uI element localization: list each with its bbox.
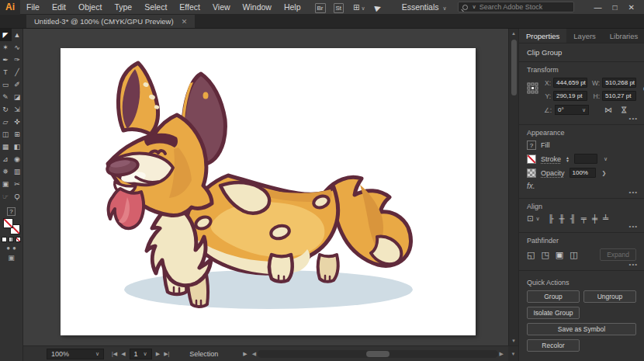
lasso-tool[interactable]: ∿ [12,41,23,54]
horizontal-scrollbar[interactable]: ◀ ▶ [252,350,504,358]
recolor-button[interactable]: Recolor [527,339,580,352]
fill-swatch[interactable]: ? [527,141,536,150]
rotate-tool[interactable]: ↻ [0,103,12,116]
slice-tool[interactable]: ✂ [12,178,23,190]
flip-horizontal-button[interactable]: ⋈ [604,106,612,114]
pencil-tool[interactable]: ✎ [0,91,12,103]
vertical-scroll-thumb[interactable] [511,40,517,95]
horizontal-align-right-button[interactable]: ╢ [570,214,576,223]
share-icon[interactable]: ▶ [373,2,382,12]
type-tool[interactable]: T [0,66,12,78]
menu-view[interactable]: View [206,2,237,12]
last-artboard-button[interactable]: ▶| [164,351,169,357]
pathfinder-exclude-button[interactable]: ◫ [570,250,577,260]
zoom-level-dropdown[interactable]: 100% ∨ [47,349,104,359]
tab-libraries[interactable]: Libraries [603,29,644,43]
selection-tool[interactable]: ◤ [0,29,12,41]
scroll-down-icon[interactable]: ▼ [509,336,518,345]
pathfinder-minus-front-button[interactable]: ◳ [541,250,549,260]
y-field[interactable]: 290,19 pt [553,91,587,101]
symbol-sprayer-tool[interactable]: ✵ [0,165,12,178]
x-field[interactable]: 444,659 pt [553,78,587,88]
status-popup-arrow[interactable]: ▶ [243,351,247,357]
pathfinder-more-options[interactable]: ••• [629,261,638,268]
vertical-align-bottom-button[interactable]: ╧ [603,214,608,223]
eraser-tool[interactable]: ◪ [12,91,23,103]
previous-artboard-button[interactable]: ◀ [121,351,125,357]
color-button[interactable] [2,237,7,242]
pen-tool[interactable]: ✒ [0,54,12,66]
drawing-mode--[interactable]: ● [12,245,16,252]
curvature-tool[interactable]: ✑ [12,54,23,66]
scale-tool[interactable]: ⇲ [12,103,23,116]
opacity-field[interactable]: 100% [570,168,596,178]
pathfinder-intersect-button[interactable]: ▣ [556,250,563,260]
horizontal-scroll-track[interactable] [258,350,497,358]
none-button[interactable] [16,237,21,242]
gradient-button[interactable] [9,237,14,242]
screen-mode-button[interactable]: ▣ [8,254,15,262]
paintbrush-tool[interactable]: ✐ [12,78,23,91]
first-artboard-button[interactable]: |◀ [112,351,117,357]
menu-file[interactable]: File [20,2,46,12]
column-graph-tool[interactable]: ▥ [12,165,23,178]
symbols-button[interactable]: St [334,3,345,13]
stroke-weight-field[interactable] [574,154,597,164]
maximize-button[interactable]: □ [613,3,618,12]
drawing-mode--[interactable]: ● [6,245,10,252]
rotation-dropdown[interactable]: 0°∨ [555,105,589,115]
adobe-stock-search-input[interactable]: ∨ Search Adobe Stock [458,2,574,12]
appearance-more-options[interactable]: ••• [629,189,638,196]
isolate-group-button[interactable]: Isolate Group [527,307,580,319]
fill-swatch-none[interactable] [3,218,13,228]
vertical-scrollbar[interactable]: ▲ ▼ [508,29,518,345]
vertical-align-middle-button[interactable]: ╪ [592,214,597,223]
tab-layers[interactable]: Layers [566,29,603,43]
menu-help[interactable]: Help [278,2,307,12]
magic-wand-tool[interactable]: ✶ [0,41,12,54]
stroke-weight-stepper[interactable]: ▲▼ [566,156,570,162]
effects-button[interactable]: fx. [527,182,636,190]
opacity-label[interactable]: Opacity [541,169,565,177]
scroll-left-icon[interactable]: ◀ [252,351,256,357]
hand-tool[interactable]: ☞ [0,190,12,203]
menu-type[interactable]: Type [108,2,138,12]
rectangle-tool[interactable]: ▭ [0,78,12,91]
artboard-tool[interactable]: ▣ [0,178,12,190]
shape-builder-tool[interactable]: ◫ [0,128,12,141]
workspace-switcher[interactable]: Essentials ∨ [402,2,447,12]
blend-tool[interactable]: ◉ [12,153,23,165]
step-down-icon[interactable]: ▼ [566,159,570,162]
horizontal-align-center-button[interactable]: ╫ [559,214,565,223]
document-tab[interactable]: Untitled-3* @ 100% (CMYK/GPU Preview) ✕ [26,15,195,28]
menu-effect[interactable]: Effect [173,2,206,12]
direct-selection-tool[interactable]: ▲ [12,29,23,41]
reference-point-locator[interactable] [527,82,538,94]
opacity-icon[interactable] [527,168,536,178]
transform-more-options[interactable]: ••• [629,115,638,122]
zoom-tool[interactable]: Ϙ [12,190,23,203]
perspective-grid-tool[interactable]: ⊞ [12,128,23,141]
puppet-warp-tool[interactable]: ✜ [12,116,23,128]
h-field[interactable]: 510,27 pt [602,91,636,101]
align-more-options[interactable]: ••• [629,223,638,230]
vertical-align-top-button[interactable]: ╤ [581,214,587,223]
tab-properties[interactable]: Properties [519,29,566,43]
next-artboard-button[interactable]: ▶ [156,351,160,357]
fill-question-indicator[interactable]: ? [7,207,16,216]
ungroup-button[interactable]: Ungroup [583,290,636,303]
app-logo[interactable]: Ai [0,0,20,15]
menu-select[interactable]: Select [138,2,173,12]
free-transform-tool[interactable]: ▱ [0,116,12,128]
corgi-illustration[interactable] [61,48,476,335]
w-field[interactable]: 510,268 pt [602,78,636,88]
line-segment-tool[interactable]: ╱ [12,66,23,78]
mesh-tool[interactable]: ▦ [0,141,12,153]
stroke-swatch[interactable] [527,154,536,164]
horizontal-align-left-button[interactable]: ╟ [549,214,554,223]
brushes-button[interactable]: Br [315,3,326,13]
gradient-tool[interactable]: ◧ [12,141,23,153]
save-as-symbol-button[interactable]: Save as Symbol [527,323,636,335]
close-icon[interactable]: ✕ [182,18,188,26]
minimize-button[interactable]: — [594,3,602,12]
